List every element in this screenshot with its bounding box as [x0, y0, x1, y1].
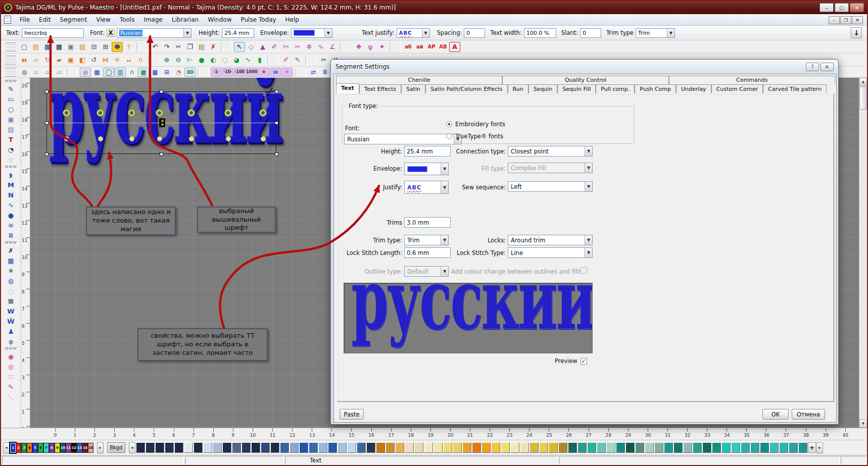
height-input[interactable]: 25.4 mm	[222, 28, 254, 38]
save-design-icon[interactable]: ▦	[42, 42, 53, 52]
center-design-icon[interactable]: ✛	[112, 55, 123, 65]
column-fill-icon[interactable]: ▮	[254, 55, 265, 65]
thread-color-swatch[interactable]	[625, 442, 635, 453]
edit-image-icon[interactable]: ▤	[4, 124, 18, 134]
stitch-points-icon[interactable]: ✺	[258, 68, 269, 77]
thread-color-swatch[interactable]	[357, 442, 366, 453]
starburst-icon[interactable]: ✳	[4, 266, 18, 276]
baseline-point[interactable]	[64, 136, 69, 141]
selection-handle[interactable]	[45, 152, 49, 156]
sequin-run-icon[interactable]: ⋱	[4, 392, 18, 402]
thread-color-swatch[interactable]	[270, 442, 279, 453]
half-bean-icon[interactable]: ◐	[208, 55, 219, 65]
thread-color-swatch[interactable]	[261, 442, 270, 453]
thread-color-swatch[interactable]	[712, 442, 721, 453]
truetype-fonts-radio[interactable]: TrueType® fonts	[446, 133, 503, 140]
stitch-edit-icon[interactable]: ✐	[280, 55, 292, 65]
thread-color-swatch[interactable]	[760, 442, 769, 453]
thread-color-swatch[interactable]	[481, 442, 491, 453]
complex-fill-icon[interactable]: ●	[4, 210, 18, 220]
baseline-point[interactable]	[189, 136, 194, 141]
thread-color-swatch[interactable]	[558, 442, 567, 453]
chevron-down-icon[interactable]: ▼	[324, 29, 332, 37]
outline-shape-icon[interactable]: ▣	[65, 55, 76, 65]
mdi-close-button[interactable]: ✕	[852, 16, 863, 24]
stitch-select-1-icon[interactable]: ·1·	[211, 68, 222, 77]
symbol-tool-icon[interactable]: ❖	[353, 42, 364, 52]
control-point[interactable]	[97, 110, 104, 116]
three-d-view-icon[interactable]: 3D	[184, 68, 196, 77]
chevron-down-icon[interactable]: ▼	[422, 29, 429, 37]
tab-satin-path[interactable]: Satin Path/Column Effects	[425, 84, 507, 94]
case-change-icon[interactable]: АВ	[438, 42, 449, 52]
font-select[interactable]: Russian▼	[117, 28, 191, 38]
thread-color-swatch[interactable]	[568, 442, 577, 453]
ok-button[interactable]: OK	[762, 409, 789, 420]
thread-color-swatch[interactable]	[290, 442, 299, 453]
control-point[interactable]	[260, 110, 266, 116]
palette-swatch[interactable]: 3	[21, 443, 27, 453]
kerning-lower-icon[interactable]: аб	[403, 42, 414, 52]
tab-custom-corner[interactable]: Custom Corner	[711, 84, 763, 94]
thread-color-swatch[interactable]	[174, 442, 183, 453]
cancel-button[interactable]: Отмена	[792, 409, 825, 420]
thread-color-swatch[interactable]	[683, 442, 692, 453]
thread-color-swatch[interactable]	[520, 442, 529, 453]
mdi-restore-button[interactable]: ❐	[840, 16, 851, 24]
crown-stitch-icon[interactable]: Ŵ	[4, 316, 18, 326]
preview-checkbox[interactable]: ✓	[581, 358, 587, 365]
satin-column-icon[interactable]: M	[4, 180, 18, 190]
dialog-close-button[interactable]: ✕	[821, 63, 834, 71]
thread-color-swatch[interactable]	[453, 442, 462, 453]
thread-color-swatch[interactable]	[539, 442, 548, 453]
font-select[interactable]: Russian▼	[344, 134, 462, 144]
thread-color-swatch[interactable]	[654, 442, 663, 453]
tab-chenille[interactable]: Chenille	[336, 76, 502, 84]
slice-tool-icon[interactable]: ✂	[292, 42, 303, 52]
vertical-scrollbar[interactable]: ▲ ▼	[859, 78, 867, 428]
tab-carved-tile[interactable]: Carved Tile pattern	[763, 84, 827, 94]
envelope-select[interactable]: ▼	[291, 28, 332, 38]
new-design-icon[interactable]: ▢	[19, 42, 30, 52]
palette-swatch[interactable]: 7	[43, 443, 49, 453]
baseline-point[interactable]	[226, 136, 231, 141]
palette-scroll-left-button[interactable]: ◂	[3, 442, 10, 453]
thread-color-swatch[interactable]	[635, 442, 644, 453]
palette-swatch[interactable]: 2	[16, 443, 21, 453]
thread-color-swatch[interactable]	[414, 442, 423, 453]
rotate-copy-icon[interactable]: ↻	[42, 55, 53, 65]
connection-type-select[interactable]: Closest point▼	[508, 146, 593, 157]
ellipse-tool-icon[interactable]: ○	[4, 104, 18, 114]
arc-tool-icon[interactable]: ◔	[4, 144, 18, 154]
palette-swatch[interactable]: 14	[82, 443, 88, 453]
thread-color-swatch[interactable]	[597, 442, 606, 453]
slow-redraw-icon[interactable]: ◔	[173, 68, 184, 77]
thread-color-swatch[interactable]	[673, 442, 683, 453]
redo-icon[interactable]: ↷	[161, 42, 172, 52]
locks-select[interactable]: Around trim▼	[508, 235, 593, 245]
palette-swatch[interactable]: 13	[77, 443, 82, 453]
rectangle-tool-icon[interactable]: ▭	[4, 94, 18, 104]
chevron-down-icon[interactable]: ▼	[585, 248, 592, 257]
menu-pulse-today[interactable]: Pulse Today	[236, 15, 280, 25]
zoom-region-icon[interactable]: ◯	[103, 68, 114, 77]
thread-color-swatch[interactable]	[299, 442, 308, 453]
palette-swatch[interactable]: 5	[32, 443, 38, 453]
thread-color-swatch[interactable]	[146, 442, 155, 453]
selection-handle[interactable]	[160, 152, 163, 156]
trims-input[interactable]: 3.0 mm	[404, 217, 451, 228]
tab-commands[interactable]: Commands	[669, 76, 835, 84]
zoom-out-icon[interactable]: ⊖	[173, 55, 184, 65]
thread-color-swatch[interactable]	[693, 442, 702, 453]
thread-color-swatch[interactable]	[798, 442, 807, 453]
stitch-select-100-icon[interactable]: ·100	[234, 68, 245, 77]
control-point[interactable]	[156, 110, 163, 116]
fan-stitch-icon[interactable]: ◗	[4, 170, 18, 180]
thread-color-swatch[interactable]	[242, 442, 251, 453]
chevron-down-icon[interactable]: ▼	[183, 29, 191, 37]
minimize-button[interactable]: –	[819, 3, 834, 12]
control-point[interactable]	[128, 110, 135, 116]
globe-tool-icon[interactable]: ◍	[4, 276, 18, 286]
copy-layer3-icon[interactable]: ▱	[54, 68, 65, 77]
design-properties-icon[interactable]: ▣	[65, 42, 76, 52]
